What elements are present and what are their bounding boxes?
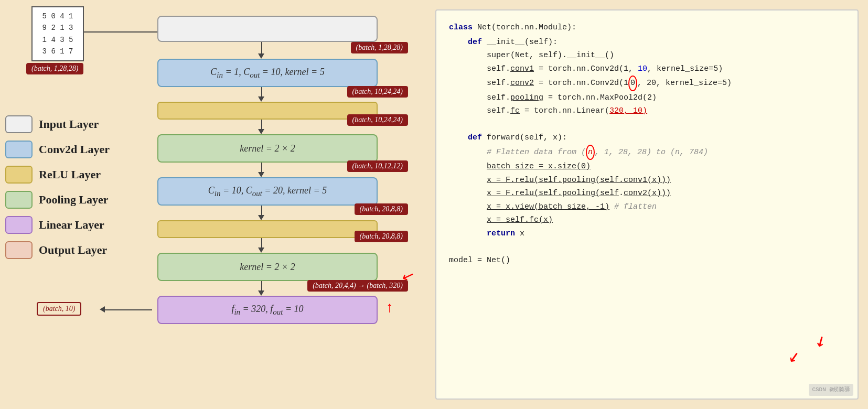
layer-conv2d-2-text: Cin = 10, Cout = 20, kernel = 5 [208,185,327,198]
layer-conv2d-1-text: Cin = 1, Cout = 10, kernel = 5 [210,67,324,80]
layer-linear-text: fin = 320, fout = 10 [231,304,303,317]
legend-label-pooling: Pooling Layer [39,193,109,207]
badge-6: (batch, 20,8,8) [355,231,408,242]
legend-box-conv2d [5,141,33,158]
code-super: super(Net, self).__init__() [449,49,845,62]
badge-4: (batch, 10,12,12) [347,160,408,172]
input-image: 5 0 4 19 2 1 31 4 3 53 6 1 7 [31,6,84,61]
badge-2: (batch, 10,24,24) [347,86,408,98]
code-conv1: self.conv1 = torch.nn.Conv2d(1, 10, kern… [449,62,845,76]
badge-7: (batch, 20,4,4) → (batch, 320) [307,280,408,292]
code-conv2: self.conv2 = torch.nn.Conv2d(10, 20, ker… [449,76,845,91]
code-forward-def: def forward(self, x): [449,131,845,145]
layer-pooling-2: kernel = 2 × 2 [157,253,378,281]
layer-relu-2 [157,220,378,238]
layer-linear: fin = 320, fout = 10 [157,296,378,324]
code-model: model = Net() [449,254,845,267]
legend-item-pooling: Pooling Layer [5,191,110,209]
code-class-line: class Net(torch.nn.Module): [449,21,845,35]
arrow1-head [258,53,264,59]
legend-item-output: Output Layer [5,241,110,259]
arrow1-line [261,42,262,53]
left-panel: 5 0 4 19 2 1 31 4 3 53 6 1 7 (batch, 1,2… [0,0,430,409]
arrow6-line [261,238,262,247]
legend-item-relu: ReLU Layer [5,166,110,184]
badge-5: (batch, 20,8,8) [355,203,408,215]
code-fc: self.fc = torch.nn.Linear(320, 10) [449,104,845,118]
red-arrow-annotation-2: ↑ [386,299,393,316]
diagram-column: (batch, 1,28,28) Cin = 1, Cout = 10, ker… [152,0,409,409]
arrow3-line [261,120,262,129]
output-arrow-line [105,309,152,310]
legend-box-relu [5,166,33,184]
arrow4-line [261,163,262,172]
code-return: return x [449,227,845,241]
legend-item-linear: Linear Layer [5,216,110,234]
code-blank-2 [449,240,845,254]
code-view: x = x.view(batch_size, -1) # flatten [449,200,845,214]
badge-input-size: (batch, 1,28,28) [26,63,83,74]
layer-pooling-2-text: kernel = 2 × 2 [240,262,295,273]
red-arrow-code-2: ↙ [786,339,802,373]
legend-label-output: Output Layer [39,243,107,257]
arrow3-head [258,129,264,134]
layer-conv2d-1: Cin = 1, Cout = 10, kernel = 5 [157,59,378,87]
code-fc-call: x = self.fc(x) [449,213,845,227]
output-arrow-head [100,306,105,313]
legend: Input Layer Conv2d Layer ReLU Layer Pool… [5,115,110,259]
code-batch-size: batch_size = x.size(0) [449,160,845,174]
legend-label-input: Input Layer [39,117,99,131]
arrow5-head [258,215,264,220]
arrow2-line [261,87,262,96]
badge-1: (batch, 1,28,28) [351,42,408,53]
layer-input [157,16,378,42]
output-badge: (batch, 10) [37,302,81,316]
code-relu2: x = F.relu(self.pooling(self.conv2(x))) [449,187,845,200]
input-image-text: 5 0 4 19 2 1 31 4 3 53 6 1 7 [40,8,76,60]
layer-conv2d-2: Cin = 10, Cout = 20, kernel = 5 [157,177,378,206]
code-pooling: self.pooling = torch.nn.MaxPool2d(2) [449,91,845,105]
arrow7-line [261,281,262,290]
legend-label-relu: ReLU Layer [39,168,101,181]
code-blank-1 [449,118,845,132]
arrow7-head [258,290,264,296]
code-init-def: def __init__(self): [449,36,845,49]
code-panel: class Net(torch.nn.Module): def __init__… [435,9,859,400]
badge-3: (batch, 10,24,24) [347,114,408,126]
red-arrow-code-1: ↙ [807,324,833,357]
arrow2-head [258,96,264,102]
watermark: CSDN @候骑驿 [809,384,853,396]
layer-relu-1 [157,102,378,120]
legend-box-linear [5,216,33,234]
code-comment: # Flatten data from (n, 1, 28, 28) to (n… [449,145,845,160]
code-relu1: x = F.relu(self.pooling(self.conv1(x))) [449,174,845,187]
legend-item-conv2d: Conv2d Layer [5,141,110,158]
legend-label-linear: Linear Layer [39,218,104,232]
arrow6-head [258,247,264,253]
layer-pooling-1: kernel = 2 × 2 [157,134,378,163]
arrow4-head [258,172,264,177]
legend-label-conv2d: Conv2d Layer [39,143,110,156]
legend-box-output [5,241,33,259]
arrow5-line [261,206,262,215]
legend-item-input: Input Layer [5,115,110,133]
legend-box-input [5,115,33,133]
legend-box-pooling [5,191,33,209]
layer-pooling-1-text: kernel = 2 × 2 [240,143,295,154]
